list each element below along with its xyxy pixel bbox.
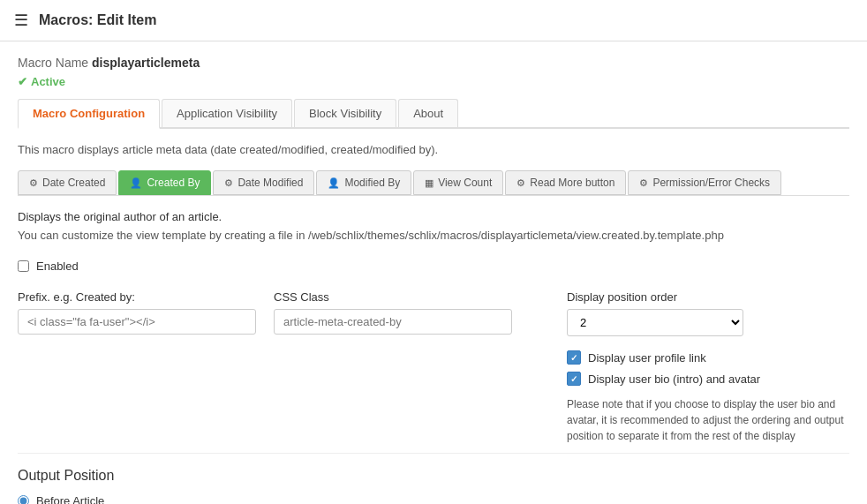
date-modified-icon: ⚙ — [224, 177, 233, 189]
page-title: Macros: Edit Item — [39, 12, 156, 28]
prefix-input[interactable] — [18, 309, 256, 335]
display-bio-checkbox[interactable] — [567, 372, 581, 386]
macro-name-row: Macro Name displayarticlemeta — [18, 56, 849, 70]
menu-icon[interactable]: ☰ — [14, 11, 28, 30]
modified-by-icon: 👤 — [328, 177, 340, 189]
sub-tab-date-modified-label: Date Modified — [237, 177, 303, 189]
sub-tab-read-more-button[interactable]: ⚙ Read More button — [505, 170, 626, 195]
css-group: CSS Class — [274, 290, 512, 335]
macro-name-label: Macro Name — [18, 56, 88, 70]
display-position-group: Display position order 2 — [567, 290, 849, 336]
macro-description: This macro displays article meta data (d… — [18, 139, 849, 160]
active-label: Active — [31, 75, 65, 88]
bio-note: Please note that if you choose to displa… — [567, 396, 849, 444]
enabled-label: Enabled — [36, 260, 79, 273]
display-bio-label: Display user bio (intro) and avatar — [588, 372, 760, 386]
read-more-icon: ⚙ — [516, 177, 525, 189]
display-profile-row: Display user profile link — [567, 350, 849, 365]
sub-tab-permission-error-checks[interactable]: ⚙ Permission/Error Checks — [628, 170, 781, 195]
tab-about[interactable]: About — [398, 99, 458, 127]
output-position-section: Output Position Before Article After Art… — [18, 453, 849, 504]
css-input[interactable] — [274, 309, 512, 335]
sub-tabs: ⚙ Date Created 👤 Created By ⚙ Date Modif… — [18, 170, 849, 196]
display-profile-checkbox[interactable] — [567, 350, 581, 365]
sub-tab-date-created-label: Date Created — [42, 177, 105, 189]
content-area: Macro Name displayarticlemeta ✔ Active M… — [0, 41, 867, 504]
before-article-label: Before Article — [36, 494, 104, 504]
enabled-row: Enabled — [18, 260, 849, 273]
created-by-icon: 👤 — [130, 177, 142, 189]
tab-application-visibility[interactable]: Application Visibility — [162, 99, 292, 127]
right-panel: Display user profile link Display user b… — [567, 350, 849, 444]
macro-name-value: displayarticlemeta — [92, 56, 200, 70]
section-customize-text: You can customize the view template by c… — [18, 229, 849, 242]
date-created-icon: ⚙ — [29, 177, 38, 189]
tab-macro-configuration[interactable]: Macro Configuration — [18, 99, 160, 129]
header: ☰ Macros: Edit Item — [0, 0, 867, 41]
sub-tab-modified-by-label: Modified By — [344, 177, 400, 189]
prefix-label: Prefix. e.g. Created by: — [18, 290, 256, 304]
sub-tab-modified-by[interactable]: 👤 Modified By — [316, 170, 411, 195]
display-profile-label: Display user profile link — [588, 351, 706, 365]
section-display-text: Displays the original author of an artic… — [18, 210, 849, 223]
display-bio-row: Display user bio (intro) and avatar — [567, 372, 849, 386]
sub-tab-permission-label: Permission/Error Checks — [652, 177, 770, 189]
sub-tab-date-created[interactable]: ⚙ Date Created — [18, 170, 117, 195]
sub-tab-read-more-label: Read More button — [530, 177, 614, 189]
permission-icon: ⚙ — [639, 177, 648, 189]
output-position-title: Output Position — [18, 468, 849, 484]
sub-tab-created-by-label: Created By — [147, 177, 200, 189]
sub-tab-created-by[interactable]: 👤 Created By — [118, 170, 211, 195]
display-position-label: Display position order — [567, 290, 849, 304]
tab-block-visibility[interactable]: Block Visibility — [294, 99, 396, 127]
main-form-area: Prefix. e.g. Created by: CSS Class Displ… — [18, 290, 849, 444]
position-select[interactable]: 2 — [567, 309, 743, 336]
before-article-row: Before Article — [18, 494, 849, 504]
sub-tab-view-count[interactable]: ▦ View Count — [413, 170, 503, 195]
form-row-inputs: Prefix. e.g. Created by: CSS Class — [18, 290, 540, 335]
sub-tab-date-modified[interactable]: ⚙ Date Modified — [213, 170, 314, 195]
view-count-icon: ▦ — [425, 177, 434, 189]
enabled-checkbox[interactable] — [18, 260, 29, 272]
active-badge: ✔ Active — [18, 75, 849, 88]
main-tabs: Macro Configuration Application Visibili… — [18, 99, 849, 129]
sub-tab-view-count-label: View Count — [438, 177, 492, 189]
prefix-group: Prefix. e.g. Created by: — [18, 290, 256, 335]
left-form: Prefix. e.g. Created by: CSS Class — [18, 290, 540, 352]
right-form: Display position order 2 Display user pr… — [567, 290, 849, 444]
check-icon: ✔ — [18, 75, 27, 88]
before-article-radio[interactable] — [18, 495, 29, 504]
css-label: CSS Class — [274, 290, 512, 304]
